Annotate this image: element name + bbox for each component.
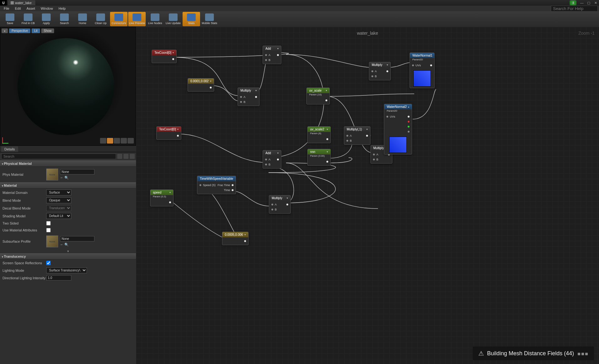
toolbar-connectors-button[interactable]: Connectors [110, 12, 128, 26]
search-help-input[interactable] [551, 6, 598, 12]
material-domain-select[interactable]: Surface [46, 190, 71, 195]
toolbar-apply-button[interactable]: Apply [38, 12, 55, 26]
node-const-1[interactable]: 0.0001,0.002▾ [188, 78, 214, 92]
minimize-button[interactable]: — [578, 0, 585, 5]
toolbar-label: Save [7, 22, 13, 25]
document-tab[interactable]: water_lake [8, 0, 35, 5]
viewport-options-button[interactable] [2, 28, 8, 33]
prop-label: Phys Material [3, 173, 46, 176]
toolbar-label: Apply [43, 22, 50, 25]
viewport-lit-button[interactable]: Lit [32, 28, 40, 33]
toolbar-live-nodes-button[interactable]: Live Nodes [146, 12, 164, 26]
shape-plane-button[interactable] [114, 138, 120, 144]
toolbar-search-button[interactable]: Search [56, 12, 73, 26]
ue-logo-icon: U [0, 0, 7, 6]
warning-icon: ⚠ [478, 350, 484, 357]
category-material[interactable]: Material [0, 182, 136, 189]
toolbar-mobile-stats-button[interactable]: Mobile Stats [201, 12, 218, 26]
close-button[interactable]: ✕ [592, 0, 599, 5]
category-physical-material[interactable]: Physical Material [0, 160, 136, 167]
shading-model-select[interactable]: Default Lit [46, 213, 71, 219]
asset-thumbnail[interactable]: None [46, 169, 58, 180]
menu-help[interactable]: Help [56, 6, 68, 11]
node-time[interactable]: TimeWithSpeedVariable Speed (S)Frac Time… [197, 176, 236, 194]
shape-mesh-button[interactable] [128, 138, 134, 144]
lighting-mode-select[interactable]: Surface TranslucencyVolume [46, 267, 87, 273]
viewport-perspective-button[interactable]: Perspective [9, 28, 30, 33]
toolbar-label: Find in CB [22, 22, 35, 25]
node-waternormal2[interactable]: WaterNormal2▴ Param2D UVs [384, 104, 412, 154]
toolbar-icon [96, 13, 105, 21]
toolbar-icon [60, 13, 69, 21]
source-control-icon[interactable]: ⬇ [570, 0, 576, 5]
filter-icon[interactable] [123, 154, 128, 159]
node-uv-scale2[interactable]: uv_scale2▾ Param (8) [307, 126, 331, 143]
expand-chevron-icon[interactable]: ▾ [0, 249, 136, 253]
node-speed[interactable]: speed▾ Param (0.3) [150, 190, 174, 206]
toolbar-label: Connectors [112, 22, 126, 25]
maximize-button[interactable]: ▢ [585, 0, 592, 5]
details-search-input[interactable] [1, 154, 116, 159]
toolbar-clean-up-button[interactable]: Clean Up [92, 12, 109, 26]
use-material-attr-checkbox[interactable] [46, 228, 51, 232]
arrow-back-icon[interactable]: ← [60, 243, 63, 246]
eye-icon[interactable] [130, 154, 135, 159]
prop-label: Two Sided [3, 221, 46, 225]
toolbar-live-preview-button[interactable]: Live Preview [128, 12, 146, 26]
details-tab[interactable]: Details [1, 146, 18, 152]
node-multiply-1[interactable]: Multiply▾ AB [238, 88, 259, 106]
document-icon [11, 1, 14, 4]
two-sided-checkbox[interactable] [46, 221, 51, 225]
node-texcoord-2[interactable]: TexCoord[0]▾ [156, 126, 181, 140]
menu-window[interactable]: Window [38, 6, 55, 11]
prop-label: Use Material Attributes [3, 228, 46, 232]
node-add-2[interactable]: Add▾ AB [263, 150, 281, 169]
toolbar-label: Live Preview [129, 22, 145, 25]
node-waternormal1[interactable]: WaterNormal1 Param2D UVs [410, 53, 435, 88]
preview-viewport[interactable]: Perspective Lit Show [0, 27, 136, 146]
asset-thumbnail[interactable]: None [46, 235, 58, 247]
node-uv-scale[interactable]: uv_scale▾ Param (10) [306, 88, 330, 104]
progress-dots-icon [577, 350, 588, 357]
search-icon[interactable] [117, 154, 122, 159]
node-multiply-2[interactable]: Multiply▾ AB [269, 195, 291, 214]
node-add-1[interactable]: Add▾ AB [263, 46, 281, 64]
shape-cube-button[interactable] [121, 138, 127, 144]
material-graph[interactable]: water_lake Zoom -1 [136, 27, 599, 364]
toolbar-icon [169, 13, 178, 21]
toolbar-label: Clean Up [95, 22, 107, 25]
toolbar-icon [78, 13, 87, 21]
node-multiply-const[interactable]: Multiply(,1)▾ AB [344, 126, 370, 145]
node-texcoord-1[interactable]: TexCoord[0]▾ [152, 50, 177, 63]
menu-asset[interactable]: Asset [24, 6, 38, 11]
toolbar-save-button[interactable]: Save [1, 12, 19, 26]
left-panel: Perspective Lit Show Details Phy [0, 27, 136, 364]
viewport-show-button[interactable]: Show [41, 28, 54, 33]
toolbar-label: Search [60, 22, 69, 25]
subsurface-combo[interactable]: None [60, 236, 94, 241]
shape-sphere-button[interactable] [107, 138, 113, 144]
ssr-checkbox[interactable] [46, 261, 51, 265]
prop-label: Directional Lighting Intensity [3, 276, 46, 280]
toolbar-find-in-cb-button[interactable]: Find in CB [19, 12, 37, 26]
browse-icon[interactable]: 🔍 [64, 243, 69, 246]
toolbar-live-update-button[interactable]: Live Update [164, 12, 182, 26]
menu-edit[interactable]: Edit [13, 6, 23, 11]
category-translucency[interactable]: Translucency [0, 253, 136, 260]
menu-file[interactable]: File [1, 6, 12, 11]
phys-material-combo[interactable]: None [60, 169, 94, 174]
graph-wires [136, 27, 599, 364]
node-nnn[interactable]: nnn▾ Param (0.06) [307, 149, 331, 166]
blend-mode-select[interactable]: Opaque [46, 197, 71, 203]
graph-title: water_lake [357, 31, 378, 36]
toolbar-icon [42, 13, 51, 21]
toolbar-stats-button[interactable]: Stats [183, 12, 200, 26]
node-const-2[interactable]: 0.0005,0.006▾ [222, 232, 249, 245]
toolbar-home-button[interactable]: Home [74, 12, 91, 26]
shape-cylinder-button[interactable] [100, 138, 106, 144]
toolbar-label: Live Update [166, 22, 181, 25]
node-multiply-3[interactable]: Multiply▾ AB [369, 62, 391, 80]
browse-icon[interactable]: 🔍 [64, 176, 69, 179]
dir-light-input[interactable]: 1.0 [46, 275, 71, 281]
arrow-back-icon[interactable]: ← [60, 176, 63, 179]
